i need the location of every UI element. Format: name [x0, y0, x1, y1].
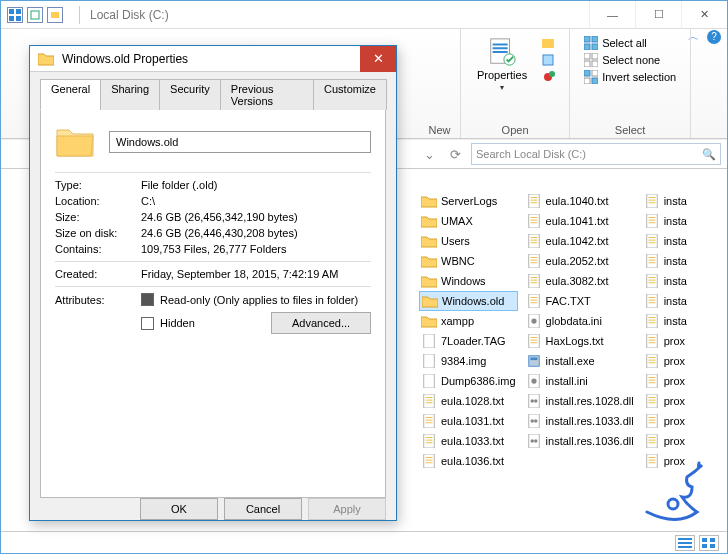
cancel-button[interactable]: Cancel	[224, 498, 302, 520]
file-item[interactable]: install.ini	[524, 371, 636, 391]
qa-icon-2[interactable]	[47, 7, 63, 23]
file-item[interactable]: HaxLogs.txt	[524, 331, 636, 351]
help-icon[interactable]: ?	[707, 30, 721, 44]
file-item[interactable]: eula.3082.txt	[524, 271, 636, 291]
file-item[interactable]: eula.2052.txt	[524, 251, 636, 271]
file-item[interactable]: prox	[642, 391, 721, 411]
open-action-2[interactable]	[539, 52, 557, 68]
file-item[interactable]: Windows	[419, 271, 518, 291]
advanced-button[interactable]: Advanced...	[271, 312, 371, 334]
tab-previous-versions[interactable]: Previous Versions	[220, 79, 314, 110]
folder-icon	[421, 314, 437, 328]
file-item[interactable]: insta	[642, 191, 721, 211]
tab-general[interactable]: General	[40, 79, 101, 110]
invert-selection-button[interactable]: Invert selection	[582, 69, 678, 85]
txt-icon	[526, 254, 542, 268]
svg-point-48	[530, 419, 534, 423]
file-item[interactable]: prox	[642, 451, 721, 471]
svg-rect-30	[424, 454, 435, 468]
svg-rect-64	[646, 414, 657, 428]
file-name: HaxLogs.txt	[546, 335, 604, 347]
maximize-button[interactable]: ☐	[635, 1, 681, 29]
file-item[interactable]: insta	[642, 291, 721, 311]
file-item[interactable]: eula.1036.txt	[419, 451, 518, 471]
file-item[interactable]: prox	[642, 371, 721, 391]
txt-icon	[644, 234, 660, 248]
file-list[interactable]: ServerLogsUMAXUsersWBNCWindowsWindows.ol…	[419, 191, 721, 523]
file-item[interactable]: eula.1033.txt	[419, 431, 518, 451]
file-name: install.ini	[546, 375, 588, 387]
file-item[interactable]: WBNC	[419, 251, 518, 271]
svg-rect-9	[543, 55, 553, 65]
apply-button[interactable]: Apply	[308, 498, 386, 520]
file-name: eula.1036.txt	[441, 455, 504, 467]
file-item[interactable]: 9384.img	[419, 351, 518, 371]
file-item[interactable]: install.res.1033.dll	[524, 411, 636, 431]
file-name: prox	[664, 415, 685, 427]
svg-rect-12	[584, 36, 590, 42]
file-item[interactable]: xampp	[419, 311, 518, 331]
file-item[interactable]: prox	[642, 411, 721, 431]
value-size-on-disk: 24.6 GB (26,446,430,208 bytes)	[141, 227, 371, 239]
tab-customize[interactable]: Customize	[313, 79, 387, 110]
file-item[interactable]: globdata.ini	[524, 311, 636, 331]
file-item[interactable]: prox	[642, 431, 721, 451]
svg-rect-18	[584, 61, 590, 67]
search-input[interactable]: Search Local Disk (C:) 🔍	[471, 143, 721, 165]
refresh-icon[interactable]: ⟳	[445, 147, 465, 162]
ok-button[interactable]: OK	[140, 498, 218, 520]
file-item[interactable]: insta	[642, 311, 721, 331]
search-icon: 🔍	[702, 148, 716, 161]
file-item[interactable]: UMAX	[419, 211, 518, 231]
history-chevron-icon[interactable]: ⌄	[419, 147, 439, 162]
open-action-3[interactable]	[539, 69, 557, 85]
file-item[interactable]: prox	[642, 351, 721, 371]
file-item[interactable]: eula.1041.txt	[524, 211, 636, 231]
file-item[interactable]: install.res.1036.dll	[524, 431, 636, 451]
file-item[interactable]: 7Loader.TAG	[419, 331, 518, 351]
view-icons-icon[interactable]	[699, 535, 719, 551]
svg-rect-28	[424, 414, 435, 428]
file-item[interactable]: Dump6386.img	[419, 371, 518, 391]
txt-icon	[644, 434, 660, 448]
file-item[interactable]: insta	[642, 211, 721, 231]
select-all-button[interactable]: Select all	[582, 35, 678, 51]
win-icon[interactable]	[7, 7, 23, 23]
tab-sharing[interactable]: Sharing	[100, 79, 160, 110]
hidden-checkbox[interactable]	[141, 317, 154, 330]
readonly-checkbox[interactable]	[141, 293, 154, 306]
explorer-title-bar: Local Disk (C:) — ☐ ✕	[1, 1, 727, 29]
open-action-1[interactable]	[539, 35, 557, 51]
file-item[interactable]: eula.1031.txt	[419, 411, 518, 431]
tab-security[interactable]: Security	[159, 79, 221, 110]
file-item[interactable]: insta	[642, 231, 721, 251]
qa-icon-1[interactable]	[27, 7, 43, 23]
file-item[interactable]: prox	[642, 331, 721, 351]
properties-button[interactable]: Properties ▾	[473, 35, 531, 94]
svg-rect-55	[646, 234, 657, 248]
view-details-icon[interactable]	[675, 535, 695, 551]
txt-icon	[526, 334, 542, 348]
file-item[interactable]: eula.1042.txt	[524, 231, 636, 251]
file-name: eula.1033.txt	[441, 435, 504, 447]
svg-point-45	[530, 399, 534, 403]
select-none-button[interactable]: Select none	[582, 52, 678, 68]
file-item[interactable]: install.res.1028.dll	[524, 391, 636, 411]
window-title: Local Disk (C:)	[90, 8, 169, 22]
file-item[interactable]: Users	[419, 231, 518, 251]
minimize-button[interactable]: —	[589, 1, 635, 29]
file-item[interactable]: ServerLogs	[419, 191, 518, 211]
svg-rect-1	[16, 9, 21, 14]
file-item[interactable]: insta	[642, 251, 721, 271]
file-item[interactable]: eula.1040.txt	[524, 191, 636, 211]
file-item[interactable]: FAC.TXT	[524, 291, 636, 311]
file-item[interactable]: eula.1028.txt	[419, 391, 518, 411]
file-name: prox	[664, 455, 685, 467]
file-item[interactable]: Windows.old	[419, 291, 518, 311]
close-button[interactable]: ✕	[681, 1, 727, 29]
file-item[interactable]: insta	[642, 271, 721, 291]
dialog-close-button[interactable]: ✕	[360, 46, 396, 72]
folder-big-icon	[55, 124, 95, 160]
file-item[interactable]: install.exe	[524, 351, 636, 371]
folder-name-input[interactable]	[109, 131, 371, 153]
